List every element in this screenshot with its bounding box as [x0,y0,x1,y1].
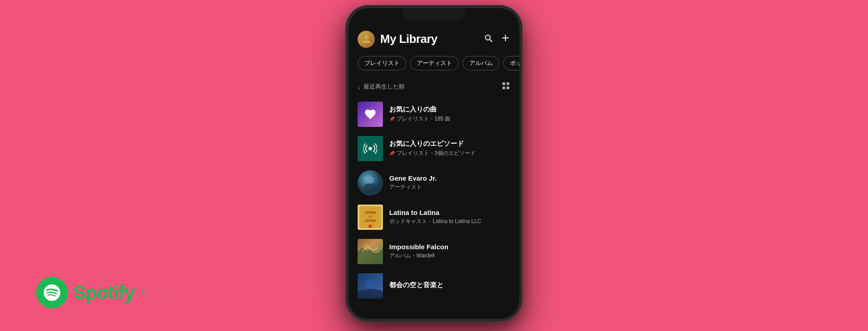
spotify-icon-circle [36,277,68,308]
artist-image [358,170,383,196]
search-icon [483,33,493,43]
svg-text:LATINA: LATINA [364,219,376,222]
item-title: Latina to Latina [389,209,510,216]
list-item[interactable]: Gene Evaro Jr. アーティスト [358,166,510,200]
avatar-icon [360,33,373,46]
item-subtitle-text: アーティスト [389,183,422,191]
spotify-logo: Spotify® [36,277,145,308]
item-title: Impossible Falcon [389,243,510,251]
item-info: お気に入りの曲 📌 プレイリスト・185 曲 [389,105,510,123]
list-item[interactable]: LATINA TO LATINA Latina to Latina ポッドキャス… [358,200,510,234]
item-info: お気に入りのエピソード 📌 プレイリスト・3個のエピソード [389,140,510,157]
header-icons [483,33,510,46]
spotify-text: Spotify [73,282,134,303]
sort-bar: ↓ 最近再生した順 [349,74,519,97]
svg-point-5 [368,147,372,150]
list-item[interactable]: お気に入りのエピソード 📌 プレイリスト・3個のエピソード [358,131,510,166]
sort-label[interactable]: ↓ 最近再生した順 [358,83,405,91]
grid-icon [501,81,510,90]
item-subtitle-text: アルバム・Wardell [389,252,434,260]
item-subtitle-text: プレイリスト・185 曲 [396,115,450,123]
item-title: お気に入りの曲 [389,105,510,114]
svg-text:TO: TO [369,215,372,218]
svg-point-8 [367,177,374,184]
sort-arrow-icon: ↓ [358,84,361,90]
screen-content: My Library [349,22,519,319]
header: My Library [349,22,519,52]
filter-chip-album[interactable]: アルバム [462,56,500,70]
pin-icon: 📌 [389,151,395,156]
svg-point-18 [365,279,376,290]
item-info: Gene Evaro Jr. アーティスト [389,174,510,191]
svg-rect-1 [503,82,505,85]
spotify-registered: ® [140,289,145,297]
last-item-art [358,273,383,298]
svg-rect-4 [507,86,509,89]
phone-screen: My Library [349,8,519,319]
liked-songs-art [358,102,383,127]
svg-text:LATINA: LATINA [364,211,376,214]
item-subtitle-text: ポッドキャスト・Latina to Latina LLC [389,218,481,225]
latina-art: LATINA TO LATINA [358,205,383,230]
page-title: My Library [380,32,478,46]
podcast-icon [363,142,377,155]
item-subtitle: アルバム・Wardell [389,252,510,260]
filter-chip-playlist[interactable]: プレイリスト [358,56,406,70]
filter-chip-artist[interactable]: アーティスト [410,56,459,70]
filter-chips: プレイリスト アーティスト アルバム ポッドキ [349,52,519,74]
list-item[interactable]: 都会の空と音楽と [358,269,510,303]
filter-chip-podcast[interactable]: ポッドキ [503,56,519,70]
grid-view-button[interactable] [501,81,510,93]
item-subtitle: アーティスト [389,183,510,191]
item-subtitle: 📌 プレイリスト・3個のエピソード [389,149,510,157]
heart-icon [364,108,377,121]
impossible-falcon-art [358,239,383,264]
list-item[interactable]: Impossible Falcon アルバム・Wardell [358,234,510,269]
svg-point-0 [364,35,368,39]
svg-point-7 [364,183,377,192]
avatar[interactable] [358,31,375,48]
gene-evaro-art [358,170,383,196]
item-info: Latina to Latina ポッドキャスト・Latina to Latin… [389,209,510,225]
pin-icon: 📌 [389,117,395,121]
search-button[interactable] [483,33,493,46]
item-subtitle: ポッドキャスト・Latina to Latina LLC [389,218,510,225]
item-title: 都会の空と音楽と [389,281,510,289]
item-title: Gene Evaro Jr. [389,174,510,182]
add-button[interactable] [500,33,510,46]
list-item[interactable]: お気に入りの曲 📌 プレイリスト・185 曲 [358,97,510,131]
podcast-cover: LATINA TO LATINA [358,205,383,230]
svg-rect-3 [503,86,505,89]
spotify-icon [42,283,62,303]
item-info: 都会の空と音楽と [389,281,510,291]
add-icon [500,33,510,43]
phone-mockup: My Library [346,5,522,322]
album-cover [358,239,383,264]
library-list: お気に入りの曲 📌 プレイリスト・185 曲 [349,97,519,303]
svg-rect-2 [507,82,509,85]
sort-text: 最近再生した順 [363,83,405,91]
item-info: Impossible Falcon アルバム・Wardell [389,243,510,260]
album-cover-2 [358,273,383,298]
episodes-art [358,136,383,161]
item-title: お気に入りのエピソード [389,140,510,148]
phone-notch [402,8,466,21]
item-subtitle: 📌 プレイリスト・185 曲 [389,115,510,123]
phone-frame: My Library [346,5,522,322]
svg-point-14 [368,224,372,228]
item-subtitle-text: プレイリスト・3個のエピソード [396,149,476,157]
